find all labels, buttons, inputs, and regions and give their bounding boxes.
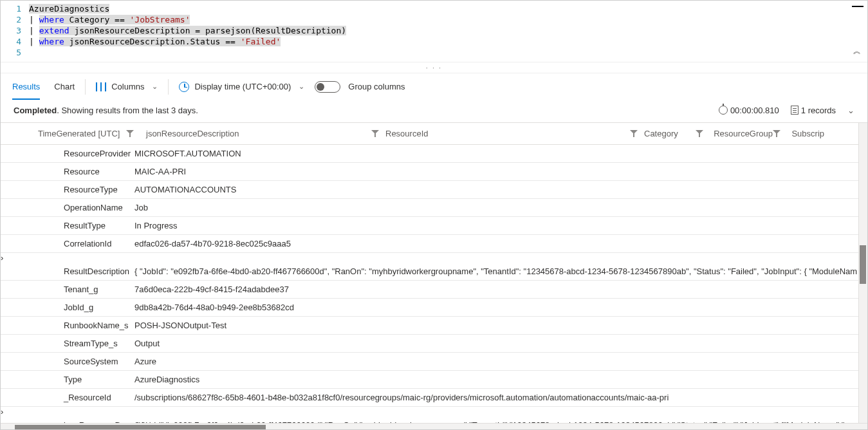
detail-row[interactable]: StreamType_sOutput [1, 335, 867, 353]
status-completed: Completed [14, 106, 57, 115]
detail-value: MAIC-AA-PRI [134, 167, 867, 176]
detail-key: ResultDescription [38, 266, 134, 276]
tab-results-label: Results [12, 82, 40, 91]
detail-row[interactable]: TypeAzureDiagnostics [1, 371, 867, 389]
status-message: . Showing results from the last 3 days. [57, 106, 198, 115]
elapsed-time: 00:00:00.810 [730, 106, 779, 115]
detail-row[interactable]: _ResourceId/subscriptions/68627f8c-65b8-… [1, 389, 867, 407]
detail-key: Type [38, 375, 134, 384]
line-number: 4 [1, 37, 29, 46]
filter-icon[interactable] [126, 130, 134, 138]
filter-icon[interactable] [630, 130, 638, 138]
group-columns-toggle[interactable] [315, 81, 340, 93]
line-number: 5 [1, 48, 29, 57]
detail-value: In Progress [134, 221, 867, 230]
column-header-row: TimeGenerated [UTC] jsonResourceDescript… [1, 123, 867, 145]
detail-key: JobId_g [38, 303, 134, 312]
chevron-down-icon: ⌄ [299, 82, 304, 91]
detail-key: StreamType_s [38, 339, 134, 348]
col-timegenerated[interactable]: TimeGenerated [UTC] [38, 129, 146, 138]
stopwatch-icon [719, 106, 728, 115]
code-line[interactable]: | where jsonResourceDescription.Status =… [29, 37, 281, 46]
scroll-thumb[interactable] [860, 245, 866, 284]
detail-value: 9db8a42b-76d4-48a0-b949-2ee8b53682cd [134, 303, 867, 312]
separator [85, 79, 86, 95]
tab-results[interactable]: Results [12, 73, 40, 100]
detail-value: Output [134, 339, 867, 348]
detail-value: MICROSOFT.AUTOMATION [134, 149, 867, 158]
code-line[interactable]: | where Category == 'JobStreams' [29, 15, 190, 24]
detail-key: CorrelationId [38, 239, 134, 248]
line-number: 2 [1, 15, 29, 24]
detail-value: 7a6d0eca-222b-49cf-8415-f24adabdee37 [134, 285, 867, 294]
detail-row[interactable]: SourceSystemAzure [1, 353, 867, 371]
columns-icon [96, 82, 106, 91]
display-time-button[interactable]: Display time (UTC+00:00) ⌄ [179, 82, 304, 92]
expand-row-icon[interactable]: › [1, 253, 3, 263]
col-resourceid[interactable]: ResourceId [385, 129, 644, 138]
detail-value: AzureDiagnostics [134, 375, 867, 384]
detail-key: ResultType [38, 221, 134, 230]
filter-icon[interactable] [371, 130, 379, 138]
scroll-thumb[interactable] [15, 425, 266, 430]
records-icon [791, 106, 799, 115]
detail-key: ResourceType [38, 185, 134, 194]
detail-row[interactable]: ResultTypeIn Progress [1, 217, 867, 235]
results-panel: TimeGenerated [UTC] jsonResourceDescript… [1, 123, 867, 430]
tab-chart[interactable]: Chart [54, 73, 75, 100]
detail-row[interactable]: ResultDescription{ "JobId": "e092fb7a-6f… [1, 263, 867, 281]
code-line[interactable]: | extend jsonResourceDescription = parse… [29, 26, 346, 35]
detail-row[interactable]: ResourceProviderMICROSOFT.AUTOMATION [1, 145, 867, 163]
query-editor[interactable]: 1AzureDiagnostics2| where Category == 'J… [1, 1, 867, 62]
col-json[interactable]: jsonResourceDescription [146, 129, 385, 138]
filter-icon[interactable] [696, 130, 701, 138]
detail-key: OperationName [38, 203, 134, 212]
line-number: 3 [1, 26, 29, 35]
detail-value: /subscriptions/68627f8c-65b8-4601-b48e-b… [134, 393, 867, 402]
group-columns-label: Group columns [348, 82, 405, 91]
vertical-scrollbar[interactable] [858, 123, 867, 423]
chevron-down-icon: ⌄ [152, 82, 158, 91]
detail-key: Resource [38, 167, 134, 176]
detail-row[interactable]: ResourceMAIC-AA-PRI [1, 163, 867, 181]
expand-row-icon[interactable]: › [1, 407, 3, 416]
detail-row[interactable]: CorrelationIdedfac026-da57-4b70-9218-8ec… [1, 235, 867, 253]
horizontal-scrollbar[interactable] [1, 423, 867, 430]
line-number: 1 [1, 4, 29, 14]
columns-button[interactable]: Columns ⌄ [96, 82, 158, 91]
detail-key: Tenant_g [38, 285, 134, 294]
filter-icon[interactable] [773, 130, 779, 138]
col-category[interactable]: Category [644, 129, 696, 138]
detail-row[interactable]: OperationNameJob [1, 199, 867, 217]
detail-key: RunbookName_s [38, 321, 134, 330]
col-resourcegroup[interactable]: ResourceGroup [696, 129, 773, 138]
detail-row[interactable]: JobId_g9db8a42b-76d4-48a0-b949-2ee8b5368… [1, 299, 867, 317]
detail-row[interactable]: ResourceTypeAUTOMATIONACCOUNTS [1, 181, 867, 199]
columns-label: Columns [111, 82, 144, 91]
detail-key: ResourceProvider [38, 149, 134, 158]
tab-chart-label: Chart [54, 82, 75, 91]
detail-value: { "JobId": "e092fb7a-6f6e-4bd0-ab20-ff46… [134, 266, 867, 276]
code-line[interactable]: AzureDiagnostics [29, 4, 109, 14]
editor-collapse-icon[interactable]: ︽ [853, 46, 861, 57]
detail-value: Azure [134, 357, 867, 366]
detail-value: edfac026-da57-4b70-9218-8ec025c9aaa5 [134, 239, 867, 248]
detail-row[interactable]: RunbookName_sPOSH-JSONOutput-Test [1, 317, 867, 335]
clock-icon [179, 82, 189, 92]
separator [168, 79, 169, 95]
status-expand-icon[interactable]: ⌄ [847, 106, 854, 115]
detail-value: POSH-JSONOutput-Test [134, 321, 867, 330]
detail-value: AUTOMATIONACCOUNTS [134, 185, 867, 194]
results-toolbar: Results Chart Columns ⌄ Display time (UT… [1, 73, 867, 100]
detail-key: _ResourceId [38, 393, 134, 402]
detail-key: SourceSystem [38, 357, 134, 366]
col-subscription[interactable]: Subscrip [773, 129, 824, 138]
detail-row[interactable]: Tenant_g7a6d0eca-222b-49cf-8415-f24adabd… [1, 281, 867, 299]
pane-drag-handle[interactable]: · · · [1, 62, 867, 73]
display-time-label: Display time (UTC+00:00) [194, 82, 291, 91]
record-count: 1 records [801, 106, 836, 115]
detail-value: Job [134, 203, 867, 212]
status-bar: Completed. Showing results from the last… [1, 100, 867, 123]
